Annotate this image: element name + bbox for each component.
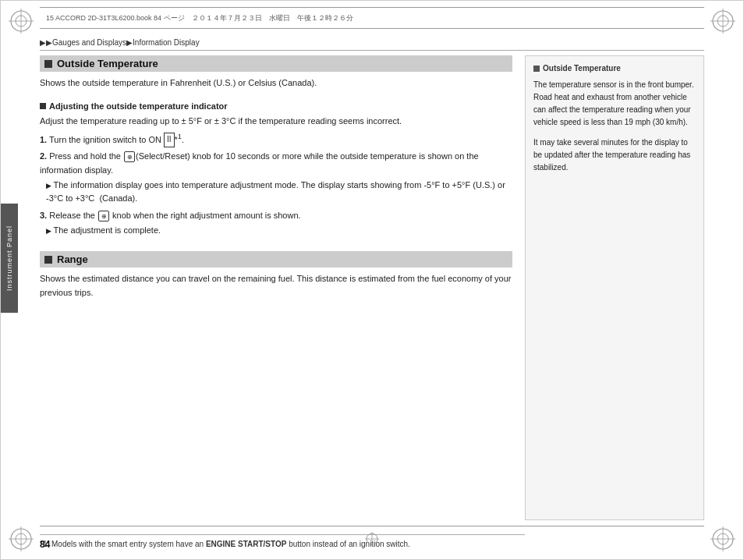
side-tab-label: Instrument Panel xyxy=(5,225,13,291)
right-column: Outside Temperature The temperature sens… xyxy=(525,55,704,520)
side-tab: Instrument Panel xyxy=(1,204,18,313)
page: 15 ACCORD 2D-31T3L6200.book 84 ページ ２０１４年… xyxy=(0,0,744,560)
range-body: Shows the estimated distance you can tra… xyxy=(40,272,512,299)
sub-header-icon xyxy=(40,103,46,109)
right-panel-para-1: The temperature sensor is in the front b… xyxy=(533,79,696,129)
footnote: *1: Models with the smart entry system h… xyxy=(40,534,525,550)
on-box: II xyxy=(164,133,175,147)
step-3: 3. Release the ⊕ knob when the right adj… xyxy=(40,208,512,222)
adjust-sub-header-text: Adjusting the outside temperature indica… xyxy=(49,101,228,111)
section-icon xyxy=(44,60,52,68)
adjust-sub-header: Adjusting the outside temperature indica… xyxy=(40,101,512,111)
page-number-text: 84 xyxy=(40,539,50,550)
select-reset-knob-icon-2: ⊕ xyxy=(98,211,109,222)
right-col-icon xyxy=(533,66,540,72)
step-2: 2. Press and hold the ⊕(Select/Reset) kn… xyxy=(40,149,512,177)
top-header: 15 ACCORD 2D-31T3L6200.book 84 ページ ２０１４年… xyxy=(40,7,704,29)
step-3-note: The adjustment is complete. xyxy=(40,224,512,237)
footnote-text: *1: Models with the smart entry system h… xyxy=(40,540,410,548)
range-title: Range xyxy=(57,253,88,265)
outside-temp-body: Shows the outside temperature in Fahrenh… xyxy=(40,76,512,90)
outside-temp-title: Outside Temperature xyxy=(57,58,158,69)
range-header: Range xyxy=(40,251,512,268)
step-1: 1. Turn the ignition switch to ON II*1. xyxy=(40,131,512,147)
right-panel-para-2: It may take several minutes for the disp… xyxy=(533,136,696,174)
page-number: 84 xyxy=(40,539,50,550)
steps-body: Adjust the temperature reading up to ± 5… xyxy=(40,114,512,238)
left-column: Outside Temperature Shows the outside te… xyxy=(40,48,525,520)
select-reset-knob-icon: ⊕ xyxy=(124,151,135,162)
step-2-note: The information display goes into temper… xyxy=(40,179,512,205)
main-content: Outside Temperature Shows the outside te… xyxy=(40,48,704,520)
bottom-rule xyxy=(40,526,704,526)
corner-decoration-bl xyxy=(7,525,35,553)
range-section-icon xyxy=(44,256,52,264)
corner-decoration-tr xyxy=(709,7,737,35)
bottom-center-cross xyxy=(364,531,380,548)
outside-temp-header: Outside Temperature xyxy=(40,55,512,72)
header-text: 15 ACCORD 2D-31T3L6200.book 84 ページ ２０１４年… xyxy=(46,13,353,23)
right-col-title: Outside Temperature xyxy=(533,62,696,74)
sub-body-text: Adjust the temperature reading up to ± 5… xyxy=(40,114,512,128)
corner-decoration-tl xyxy=(7,7,35,35)
right-col-title-text: Outside Temperature xyxy=(543,62,621,74)
corner-decoration-br xyxy=(709,525,737,553)
